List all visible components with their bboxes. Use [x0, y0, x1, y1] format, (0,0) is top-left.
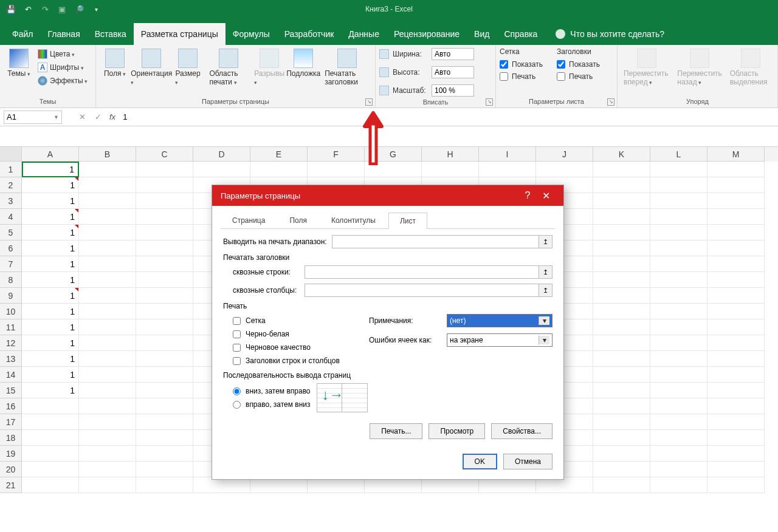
column-header[interactable]: C	[136, 147, 193, 162]
cell[interactable]	[650, 256, 707, 272]
cell[interactable]	[22, 430, 79, 446]
cell[interactable]	[193, 162, 250, 177]
repeat-rows-picker-icon[interactable]: ↥	[539, 266, 552, 278]
cell[interactable]	[650, 177, 707, 193]
row-header[interactable]: 17	[0, 414, 22, 430]
print-area-button[interactable]: Область печати	[207, 47, 250, 87]
cell[interactable]	[707, 162, 765, 177]
cell[interactable]	[593, 272, 650, 288]
cell[interactable]	[650, 240, 707, 256]
cell[interactable]	[707, 288, 765, 304]
cell[interactable]	[136, 288, 193, 304]
cell[interactable]: 1	[22, 383, 79, 398]
errors-select[interactable]: на экране▾	[447, 333, 553, 347]
repeat-rows-input[interactable]	[305, 266, 539, 278]
cell[interactable]	[707, 193, 765, 209]
cell[interactable]	[79, 446, 136, 462]
row-header[interactable]: 15	[0, 383, 22, 398]
cell[interactable]	[79, 209, 136, 225]
cell[interactable]	[136, 177, 193, 193]
cell[interactable]	[136, 209, 193, 225]
cell[interactable]	[79, 351, 136, 367]
cell[interactable]	[707, 462, 765, 477]
rowcol-headings-checkbox[interactable]	[233, 357, 241, 365]
dialog-help-button[interactable]: ?	[518, 190, 537, 201]
cell[interactable]	[707, 477, 765, 493]
cell[interactable]	[593, 414, 650, 430]
tab-page-layout[interactable]: Разметка страницы	[134, 23, 225, 45]
cell[interactable]	[79, 304, 136, 319]
cell[interactable]: 1	[22, 225, 79, 240]
cell[interactable]	[707, 240, 765, 256]
cell[interactable]	[707, 446, 765, 462]
column-header[interactable]: J	[536, 147, 593, 162]
row-header[interactable]: 11	[0, 319, 22, 335]
tab-view[interactable]: Вид	[467, 23, 497, 45]
print-titles-button[interactable]: Печатать заголовки	[322, 47, 371, 87]
cell[interactable]	[22, 398, 79, 414]
column-header[interactable]: A	[22, 147, 79, 162]
cell[interactable]	[650, 414, 707, 430]
row-header[interactable]: 19	[0, 446, 22, 462]
print-area-input[interactable]	[332, 236, 539, 248]
cell[interactable]	[707, 177, 765, 193]
cell[interactable]	[136, 367, 193, 383]
column-header[interactable]: B	[79, 147, 136, 162]
cell[interactable]	[650, 367, 707, 383]
dialog-tab-sheet[interactable]: Лист	[388, 213, 427, 229]
cell[interactable]	[136, 351, 193, 367]
cell[interactable]	[308, 162, 365, 177]
qat-customize-icon[interactable]: ▾	[90, 3, 102, 15]
cell[interactable]	[365, 162, 422, 177]
effects-button[interactable]: Эффекты	[38, 74, 88, 87]
cell[interactable]: 1	[22, 177, 79, 193]
cell[interactable]	[136, 462, 193, 477]
column-header[interactable]: I	[479, 147, 536, 162]
cell[interactable]	[593, 240, 650, 256]
cell[interactable]	[79, 335, 136, 351]
cell[interactable]	[79, 162, 136, 177]
margins-button[interactable]: Поля	[100, 47, 130, 79]
cell[interactable]	[650, 446, 707, 462]
cell[interactable]	[136, 193, 193, 209]
cell[interactable]	[650, 430, 707, 446]
cell[interactable]	[650, 319, 707, 335]
cell[interactable]	[707, 398, 765, 414]
cell[interactable]	[136, 162, 193, 177]
tab-file[interactable]: Файл	[5, 23, 40, 45]
cell[interactable]	[650, 193, 707, 209]
tab-formulas[interactable]: Формулы	[225, 23, 277, 45]
row-header[interactable]: 12	[0, 335, 22, 351]
row-header[interactable]: 8	[0, 272, 22, 288]
gridlines-checkbox[interactable]	[233, 317, 241, 325]
cell[interactable]	[22, 477, 79, 493]
cell[interactable]	[136, 430, 193, 446]
row-header[interactable]: 16	[0, 398, 22, 414]
bring-forward-button[interactable]: Переместить вперед	[621, 47, 672, 87]
themes-button[interactable]: Темы	[4, 47, 34, 79]
cell[interactable]	[136, 225, 193, 240]
cell[interactable]	[707, 319, 765, 335]
breaks-button[interactable]: Разрывы	[254, 47, 284, 87]
row-header[interactable]: 6	[0, 240, 22, 256]
cancel-formula-icon[interactable]: ✕	[74, 112, 90, 121]
cell[interactable]	[650, 335, 707, 351]
row-header[interactable]: 13	[0, 351, 22, 367]
cell[interactable]	[650, 304, 707, 319]
gridlines-print-checkbox[interactable]	[500, 72, 508, 81]
column-header[interactable]: K	[593, 147, 650, 162]
tab-home[interactable]: Главная	[40, 23, 87, 45]
cell[interactable]	[593, 335, 650, 351]
cell[interactable]	[650, 225, 707, 240]
cell[interactable]	[79, 177, 136, 193]
cell[interactable]	[650, 351, 707, 367]
cell[interactable]	[593, 288, 650, 304]
cell[interactable]	[707, 383, 765, 398]
cell[interactable]: 1	[22, 367, 79, 383]
tab-help[interactable]: Справка	[497, 23, 545, 45]
cell[interactable]	[250, 162, 308, 177]
dialog-tab-page[interactable]: Страница	[221, 212, 277, 228]
fx-icon[interactable]: fx	[109, 112, 115, 121]
cell[interactable]	[79, 398, 136, 414]
cell[interactable]	[136, 335, 193, 351]
